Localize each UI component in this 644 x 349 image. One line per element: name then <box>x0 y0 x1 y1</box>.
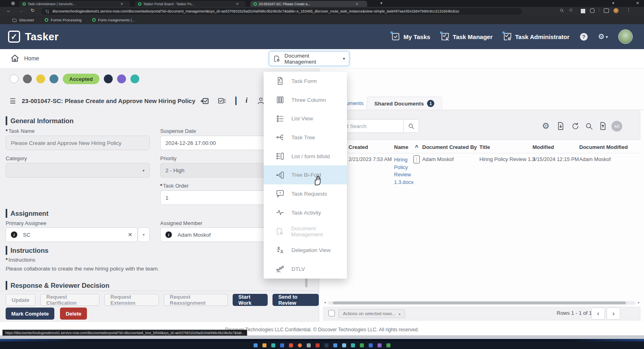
side-panel-icon[interactable] <box>604 8 609 13</box>
url-bar[interactable]: discovertechnologiesdemo01.service-now.c… <box>41 8 522 15</box>
col-created[interactable]: Created <box>349 144 368 150</box>
request-reassignment-button[interactable]: Request Reassignment <box>164 294 228 306</box>
browser-avatar[interactable] <box>613 8 619 13</box>
document-download-icon[interactable] <box>555 120 567 132</box>
url-search-icon[interactable] <box>559 8 564 14</box>
menu-item-list-view[interactable]: List View <box>264 109 347 128</box>
next-page-button[interactable]: › <box>607 308 620 320</box>
forward-icon[interactable]: → <box>19 8 23 13</box>
taskbar-app-icon[interactable] <box>324 343 328 347</box>
request-extension-button[interactable]: Request Extension <box>104 294 159 306</box>
app-title[interactable]: Tasker <box>25 31 59 43</box>
taskbar-app-icon[interactable] <box>386 343 390 347</box>
menu-item-task-activity[interactable]: Task Activity <box>264 203 347 222</box>
menu-item-dtlv[interactable]: DTLV <box>264 260 347 279</box>
taskbar-app-icon[interactable] <box>333 343 337 347</box>
status-circle-2[interactable] <box>23 74 32 83</box>
status-circle-6[interactable] <box>117 74 126 83</box>
update-button[interactable]: Update <box>6 294 35 306</box>
browser-tab-2[interactable]: Tasker Portal Board - Tasker Po... ✕ <box>135 1 246 7</box>
col-title[interactable]: Title <box>479 144 490 150</box>
menu-item-task-form[interactable]: Task Form <box>264 72 347 91</box>
taskbar-app-icon[interactable] <box>307 343 311 347</box>
scrollbar-thumb[interactable] <box>333 302 626 304</box>
menu-item-task-tree[interactable]: Task Tree <box>264 128 347 147</box>
menu-item-delegation-view[interactable]: Delegation View <box>264 241 347 260</box>
tab-close-icon[interactable]: ✕ <box>236 2 239 6</box>
browser-tab-3-active[interactable]: 23-001047-SC: Please Create a... ✕ <box>250 1 367 7</box>
delete-button[interactable]: Delete <box>60 308 87 320</box>
clear-icon[interactable]: ✕ <box>128 231 132 238</box>
tab-close-icon[interactable]: ✕ <box>355 2 359 6</box>
category-select[interactable]: ▾ <box>6 163 150 178</box>
help-icon[interactable]: ? <box>580 33 588 41</box>
browser-tab-1[interactable]: Task Administrator | ServiceN... ✕ <box>19 1 130 7</box>
search-button[interactable] <box>404 119 419 133</box>
site-info-icon[interactable] <box>45 9 50 14</box>
nav-task-manager[interactable]: Task Manager <box>441 32 493 41</box>
sort-asc-icon[interactable]: ^ <box>415 144 418 151</box>
home-icon[interactable] <box>10 54 19 64</box>
bookmark-star-icon[interactable]: ☆ <box>569 7 573 13</box>
reload-icon[interactable]: ↻ <box>31 8 35 13</box>
start-work-button[interactable]: Start Work <box>233 294 268 306</box>
bookmark-form-assignments[interactable]: Form Assignments |... <box>92 18 135 22</box>
status-circle-1[interactable] <box>10 74 19 83</box>
menu-item-three-column[interactable]: Three Column <box>264 91 347 109</box>
browser-menu-icon[interactable]: ⋮ <box>626 7 631 12</box>
prev-page-button[interactable]: ‹ <box>591 308 605 320</box>
scroll-right-icon[interactable]: ▸ <box>638 300 640 304</box>
horizontal-scrollbar[interactable] <box>328 301 636 305</box>
checklist-icon[interactable] <box>217 97 226 107</box>
status-badge[interactable]: Accepted <box>63 74 99 84</box>
assign-to-me-icon[interactable] <box>200 97 209 107</box>
reading-list-icon[interactable] <box>581 9 585 13</box>
info-icon[interactable]: i <box>165 231 172 238</box>
browser-profile-icon[interactable] <box>11 2 15 5</box>
taskbar-app-icon[interactable] <box>262 343 266 347</box>
back-icon[interactable]: ← <box>6 8 11 13</box>
taskbar-app-icon[interactable] <box>360 343 364 347</box>
breadcrumb-home[interactable]: Home <box>24 55 39 62</box>
magnifier-icon[interactable] <box>583 120 595 132</box>
actions-on-rows-button[interactable]: Actions on selected rows... ▴ <box>339 309 405 318</box>
col-document-modified[interactable]: Document Modified <box>579 144 628 150</box>
tab-search-caret-icon[interactable]: ▾ <box>380 1 382 5</box>
user-initials-avatar[interactable]: AC <box>611 121 622 132</box>
menu-item-tree-bifold[interactable]: Tree Bi-Fold <box>264 165 347 184</box>
task-name-field[interactable]: Please Create and Approve New Hiring Pol… <box>6 136 150 150</box>
bookmark-discover[interactable]: Discover <box>12 18 34 23</box>
request-clarification-button[interactable]: Request Clarification <box>40 294 99 306</box>
tab-shared-documents[interactable]: Shared Documents 1 <box>367 97 442 110</box>
primary-assignee-caret[interactable]: ▾ <box>138 227 150 242</box>
taskbar-app-icon[interactable] <box>298 343 302 347</box>
col-document-created-by[interactable]: Document Created By <box>422 144 477 150</box>
taskbar-app-icon[interactable] <box>378 343 382 347</box>
hamburger-icon[interactable]: ☰ <box>10 97 16 105</box>
status-circle-7[interactable] <box>130 74 139 83</box>
menu-item-task-requests[interactable]: ? Task Requests <box>264 184 347 203</box>
taskbar-app-icon[interactable] <box>254 343 258 347</box>
nav-my-tasks[interactable]: My Tasks <box>391 32 430 41</box>
settings-gear-icon[interactable]: ⚙ <box>540 120 552 132</box>
primary-assignee-field[interactable]: i SC ✕ <box>6 227 138 242</box>
taskbar-app-icon[interactable] <box>289 343 293 347</box>
taskbar-app-icon[interactable] <box>369 343 373 347</box>
window-close-icon[interactable]: ✕ <box>636 1 639 5</box>
settings-menu[interactable]: ⚙ ▾ <box>598 32 608 41</box>
select-all-checkbox[interactable] <box>328 310 335 316</box>
taskbar-app-icon[interactable] <box>271 343 275 347</box>
col-name[interactable]: Name <box>394 144 408 150</box>
info-icon[interactable]: i <box>246 96 248 105</box>
taskbar-app-icon[interactable] <box>342 343 346 347</box>
taskbar-app-icon[interactable] <box>280 343 284 347</box>
status-circle-4[interactable] <box>50 74 58 83</box>
menu-item-list-form-bifold[interactable]: List / form bifold <box>264 147 347 166</box>
mark-complete-button[interactable]: Mark Complete <box>6 308 54 320</box>
taskbar-app-icon[interactable] <box>316 343 320 347</box>
status-circle-3[interactable] <box>36 74 45 83</box>
tab-close-icon[interactable]: ✕ <box>120 2 124 6</box>
user-avatar[interactable] <box>618 29 633 44</box>
send-to-review-button[interactable]: Send to Review <box>272 294 319 306</box>
window-minimize-icon[interactable]: ▾ <box>612 1 614 5</box>
